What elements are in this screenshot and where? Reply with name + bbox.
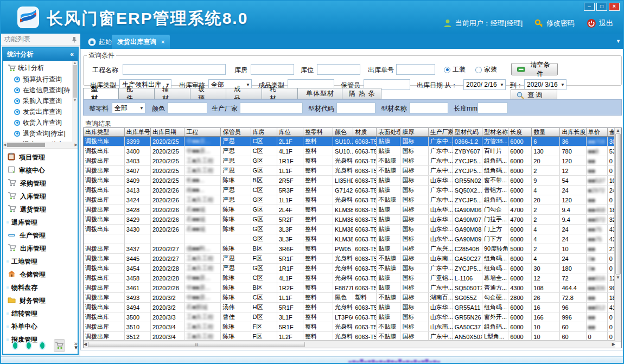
table-row[interactable]: 调拨出库34542020/2/28工■共工程严思G区1R1F整料光身料6063-… bbox=[84, 264, 622, 273]
table-row[interactable]: 调拨出库34612020/2/28华■■原...陈琳B区1R2F整料F8877F… bbox=[84, 283, 622, 293]
minimize-button[interactable]: – bbox=[584, 3, 595, 11]
tree-item[interactable]: 收货入库查询 bbox=[14, 117, 78, 128]
column-header[interactable]: 保管员 bbox=[221, 128, 251, 137]
material-tab-8[interactable]: 隔热条 bbox=[342, 88, 381, 99]
material-tab-2[interactable]: 配件 bbox=[119, 88, 155, 99]
tab-shipment-outbound-query[interactable]: 发货出库查询 × bbox=[112, 35, 170, 49]
tree-root-statistics[interactable]: 统计分析 bbox=[3, 61, 78, 74]
column-header[interactable]: 颜色 bbox=[333, 128, 353, 137]
sidebar-item-4[interactable]: 入库管理 bbox=[3, 190, 78, 203]
table-row[interactable]: 调拨出库34002020/2/25华■■原...严思C区4L1F整料SU10..… bbox=[84, 146, 622, 156]
column-header[interactable]: 型材代码 bbox=[453, 128, 482, 137]
table-vertical-scrollbar[interactable]: ▲▼ bbox=[614, 128, 621, 341]
column-header[interactable]: 出库日期 bbox=[150, 128, 184, 137]
table-row[interactable]: 调拨出库34292020/2/26石■■城陈琳G区5R2F整料KLM381760… bbox=[84, 215, 622, 225]
order-no-input[interactable] bbox=[396, 64, 435, 75]
column-header[interactable]: 工程 bbox=[184, 128, 221, 137]
column-header[interactable]: 单价 bbox=[586, 128, 607, 137]
cart-module-button[interactable] bbox=[54, 339, 65, 352]
sidebar-item-3[interactable]: 采购管理 bbox=[3, 177, 78, 190]
material-tab-4[interactable]: 玻璃 bbox=[190, 88, 226, 99]
column-header[interactable]: 数量 bbox=[532, 128, 560, 137]
column-header[interactable]: 出库类型 bbox=[84, 128, 124, 137]
table-row[interactable]: 调拨出库34282020/2/26石■■城陈琳G区2L4F整料KLM381760… bbox=[84, 205, 622, 215]
table-row[interactable]: 调拨出库34452020/2/27工■共工程严思F区5R1F整料光身料6063-… bbox=[84, 254, 622, 264]
material-tab-7[interactable]: 单体型材 bbox=[298, 88, 342, 99]
sidebar-item-2[interactable]: 审核中心 bbox=[3, 164, 78, 177]
change-password-button[interactable]: 修改密码 bbox=[534, 18, 575, 28]
column-header[interactable]: 生产厂家 bbox=[428, 128, 453, 137]
column-header[interactable]: 整零料 bbox=[303, 128, 333, 137]
table-row[interactable]: 调拨出库35102020/3/4工■共工程陈琳F区5R1F整料光身料6063-T… bbox=[84, 322, 622, 332]
radio-home[interactable]: 家装 bbox=[475, 65, 497, 74]
tree-vertical-scrollbar[interactable]: ▲▼ bbox=[72, 61, 78, 142]
table-row[interactable]: 调拨出库34302020/2/26石■■城陈琳G区3L3F整料KLM381760… bbox=[84, 225, 622, 234]
column-header[interactable]: 材质 bbox=[353, 128, 377, 137]
table-row[interactable]: 调拨出库34072020/2/25工■共工程严思G区1L1F整料光身料6063-… bbox=[84, 166, 622, 176]
collapse-icon[interactable]: « bbox=[70, 50, 74, 58]
date-from-picker[interactable]: 2020/ 2/16▼ bbox=[463, 79, 506, 90]
profile-code-input[interactable] bbox=[336, 103, 375, 113]
maximize-button[interactable]: □ bbox=[596, 3, 607, 11]
table-row[interactable]: 调拨出库34242020/2/26工■共工程严思G区1L1F整料光身料6063-… bbox=[84, 195, 622, 205]
sidebar-item-9[interactable]: 工地管理 bbox=[3, 255, 78, 268]
tree-horizontal-scrollbar[interactable]: ◀▶ bbox=[3, 142, 78, 148]
table-row[interactable]: 调拨出库35002020/3/3工■共工程曹佳D区3L1F整料LT3P60606… bbox=[84, 312, 622, 322]
column-header[interactable]: 库位 bbox=[277, 128, 303, 137]
sidebar-item-13[interactable]: 结转管理 bbox=[3, 307, 78, 320]
tab-list-caret-icon[interactable]: ▼ bbox=[616, 39, 621, 44]
table-row[interactable]: 调拨出库34092020/2/25长■■...陈琳B区2R5F整料LI35HD6… bbox=[84, 176, 622, 186]
table-row[interactable]: 调拨出库34582020/2/28华■■原...陈琳C区4L1F整料光身料606… bbox=[84, 273, 622, 283]
material-tab-5[interactable]: 成品 bbox=[226, 88, 262, 99]
column-header[interactable]: 表面处理 bbox=[377, 128, 400, 137]
close-button[interactable]: × bbox=[609, 3, 620, 11]
sidebar-item-7[interactable]: 生产管理 bbox=[3, 229, 78, 242]
clear-conditions-button[interactable]: 清空条件 bbox=[511, 63, 558, 75]
color-input[interactable] bbox=[167, 103, 207, 113]
radio-industrial[interactable]: 工装 bbox=[444, 65, 466, 74]
profile-name-input[interactable] bbox=[409, 103, 448, 113]
table-row[interactable]: 调拨出库34932020/3/2华■■原...陈琳C区1L1F整料黑色塑料不贴膜… bbox=[84, 293, 622, 303]
logout-button[interactable]: 退出 bbox=[587, 18, 613, 28]
manufacturer-input[interactable] bbox=[240, 103, 303, 113]
table-row[interactable]: 调拨出库34942020/3/2石■辉城汤伟H区5R1F整料光身料6063-T5… bbox=[84, 303, 622, 312]
sidebar-section-statistics[interactable]: 统计分析 « bbox=[3, 48, 78, 61]
module-dot-icon[interactable] bbox=[13, 342, 17, 349]
sidebar-item-10[interactable]: 仓储管理 bbox=[3, 268, 78, 281]
sidebar-item-6[interactable]: 退库管理 bbox=[3, 216, 78, 229]
material-tab-3[interactable]: 辅材 bbox=[155, 88, 190, 99]
column-header[interactable]: 长度 bbox=[508, 128, 532, 137]
column-header[interactable]: 型材名称 bbox=[482, 128, 508, 137]
sidebar-item-5[interactable]: 退货管理 bbox=[3, 203, 78, 216]
project-name-input[interactable] bbox=[123, 64, 226, 75]
tree-item[interactable]: 采购入库查询 bbox=[14, 95, 78, 106]
whole-part-select[interactable]: 全部▼ bbox=[112, 103, 145, 113]
warehouse-input[interactable] bbox=[251, 64, 294, 75]
sidebar-item-1[interactable]: 项目管理 bbox=[3, 151, 78, 164]
material-tab-1[interactable]: 型材 bbox=[83, 88, 119, 99]
tab-close-icon[interactable]: × bbox=[161, 39, 164, 45]
sidebar-item-11[interactable]: 物料盘存 bbox=[3, 281, 78, 294]
pin-icon[interactable] bbox=[72, 36, 77, 43]
column-header[interactable]: 库房 bbox=[251, 128, 277, 137]
column-header[interactable]: 膜厚 bbox=[400, 128, 428, 137]
table-row[interactable]: G区3L3F整料KLM38176063-T5贴膜国标山东华...GA90M09.… bbox=[84, 234, 622, 244]
sidebar-item-14[interactable]: 补单中心 bbox=[3, 320, 78, 333]
date-to-picker[interactable]: 2020/ 3/16▼ bbox=[524, 79, 566, 90]
overflow-chevron[interactable]: »▾ bbox=[74, 342, 78, 349]
tree-item[interactable]: 预算执行查询 bbox=[14, 74, 78, 85]
module-dot-icon[interactable] bbox=[27, 342, 31, 349]
length-input[interactable] bbox=[477, 103, 508, 113]
table-row[interactable]: 调拨出库34032020/2/25工■共工程严思G区1R1F整料光身料6063-… bbox=[84, 156, 622, 166]
tree-item[interactable]: 退货查询[待定] bbox=[14, 128, 78, 139]
column-header[interactable]: 出库单号 bbox=[124, 128, 150, 137]
module-dot-icon[interactable] bbox=[40, 342, 44, 349]
sidebar-item-8[interactable]: 出库管理 bbox=[3, 242, 78, 255]
table-row[interactable]: 调拨出库34132020/2/26南■■...严思C区5R3F整料G714226… bbox=[84, 186, 622, 195]
tree-item[interactable]: 在途信息查询[待 bbox=[14, 85, 78, 95]
table-row[interactable]: 调拨出库33992020/2/25华■■原...严思C区2L1F整料SU10..… bbox=[84, 137, 622, 146]
material-tab-6[interactable]: 耗材 bbox=[262, 88, 298, 99]
table-horizontal-scrollbar[interactable]: ◀⦀⦀▶ bbox=[84, 340, 615, 348]
tree-item[interactable]: 发货出库查询 bbox=[14, 106, 78, 117]
location-input[interactable] bbox=[317, 64, 360, 75]
